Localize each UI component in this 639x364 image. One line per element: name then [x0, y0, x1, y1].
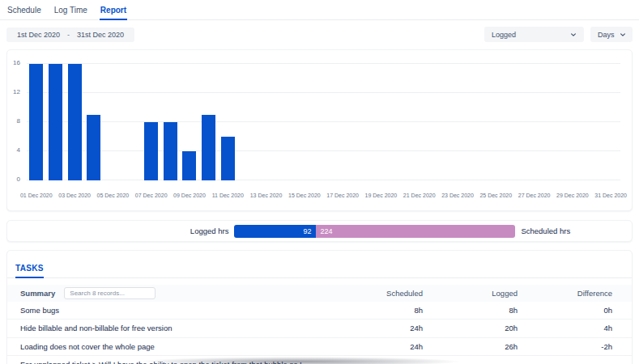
- task-difference-cell: 0h: [518, 306, 612, 315]
- chart-day-slot: [390, 64, 410, 180]
- task-logged-cell: 8h: [423, 306, 518, 315]
- viewport-bottom-shadow: [138, 357, 462, 364]
- chart-day-slot: [333, 64, 352, 180]
- x-axis-tick-label: 05 Dec 2020: [97, 193, 130, 198]
- chart-day-slot: [428, 64, 448, 180]
- chart-bar[interactable]: [87, 115, 100, 180]
- tasks-table-header: Summary Scheduled Logged Difference: [7, 285, 632, 302]
- task-scheduled-cell: 24h: [328, 342, 423, 351]
- chart-day-slot: [410, 64, 429, 180]
- chart-day-slot: [505, 64, 525, 180]
- chart-day-slot: [543, 64, 563, 180]
- chart-day-slot: [486, 64, 505, 180]
- scheduled-column-header[interactable]: Scheduled: [328, 289, 423, 298]
- chart-day-slot: [122, 64, 142, 180]
- chart-bars: [27, 64, 620, 180]
- chart-bar[interactable]: [164, 122, 177, 180]
- chart-day-slot: [295, 64, 314, 180]
- x-axis-tick-label: 23 Dec 2020: [441, 193, 474, 198]
- logged-hrs-label: Logged hrs: [190, 226, 229, 235]
- task-difference-cell: 4h: [518, 324, 612, 332]
- chart-bar[interactable]: [49, 64, 62, 180]
- tab-report[interactable]: Report: [100, 3, 127, 20]
- task-row[interactable]: Loading does not cover the whole page24h…: [7, 337, 632, 355]
- metric-select-value: Logged: [492, 31, 516, 39]
- tasks-panel: TASKS Summary Scheduled Logged Differenc…: [6, 250, 633, 364]
- logged-vs-scheduled-bar[interactable]: 92 224: [234, 225, 515, 238]
- tasks-section-header: TASKS: [7, 251, 632, 278]
- chart-bar[interactable]: [202, 115, 215, 180]
- chart-bar[interactable]: [144, 122, 158, 180]
- x-axis-tick-label: 31 Dec 2020: [594, 193, 627, 198]
- tasks-table-body: Some bugs8h8h0hHide billable and non-bil…: [7, 302, 632, 364]
- x-axis-tick-label: 11 Dec 2020: [212, 193, 244, 198]
- chart-bar[interactable]: [68, 64, 82, 180]
- x-axis-tick-label: 13 Dec 2020: [250, 193, 283, 198]
- chart-day-slot: [352, 64, 372, 180]
- task-logged-cell: 26h: [423, 342, 518, 351]
- search-input[interactable]: [64, 287, 155, 299]
- y-axis-tick-label: 0: [7, 176, 20, 183]
- tab-schedule[interactable]: Schedule: [6, 3, 42, 20]
- task-summary-cell: Loading does not cover the whole page: [20, 341, 328, 352]
- chart-day-slot: [84, 64, 104, 180]
- granularity-select[interactable]: Days: [590, 27, 633, 42]
- report-page: Schedule Log Time Report 1st Dec 2020 - …: [0, 0, 639, 364]
- chart-day-slot: [27, 64, 46, 180]
- scheduled-hrs-label: Scheduled hrs: [521, 226, 570, 235]
- task-row[interactable]: Hide billable and non-billable for free …: [7, 319, 632, 336]
- task-scheduled-cell: 24h: [328, 324, 423, 332]
- logged-column-header[interactable]: Logged: [423, 289, 518, 298]
- summary-column-label: Summary: [20, 289, 55, 298]
- chart-day-slot: [65, 64, 84, 180]
- x-axis-tick-label: 27 Dec 2020: [518, 193, 551, 198]
- task-summary-cell: Hide billable and non-billable for free …: [20, 323, 328, 333]
- date-range-end: 31st Dec 2020: [77, 31, 124, 39]
- y-axis-tick-label: 16: [7, 60, 20, 66]
- chart-day-slot: [372, 64, 391, 180]
- top-tab-bar: Schedule Log Time Report: [0, 0, 639, 20]
- chevron-down-icon: [620, 32, 626, 38]
- tab-log-time[interactable]: Log Time: [53, 3, 88, 20]
- progress-row: Logged hrs 92 224 Scheduled hrs: [190, 225, 570, 238]
- task-summary-cell: Some bugs: [20, 305, 328, 315]
- date-range-picker[interactable]: 1st Dec 2020 - 31st Dec 2020: [6, 28, 134, 42]
- date-range-separator: -: [67, 31, 70, 39]
- task-scheduled-cell: 8h: [328, 306, 423, 315]
- x-axis-tick-label: 03 Dec 2020: [58, 193, 91, 198]
- date-range-start: 1st Dec 2020: [17, 31, 60, 39]
- chart-day-slot: [142, 64, 161, 180]
- y-axis-tick-label: 4: [7, 147, 20, 154]
- logged-segment: 92: [234, 225, 316, 238]
- chart-bar[interactable]: [221, 137, 235, 180]
- x-axis-tick-label: 19 Dec 2020: [365, 193, 398, 198]
- y-axis: 0481216: [7, 64, 23, 180]
- logged-vs-scheduled-panel: Logged hrs 92 224 Scheduled hrs: [6, 220, 633, 242]
- logged-hours-bar-chart: 0481216 01 Dec 202003 Dec 202005 Dec 202…: [6, 49, 633, 211]
- metric-select[interactable]: Logged: [484, 27, 584, 42]
- scheduled-value: 224: [320, 227, 332, 235]
- x-axis-tick-label: 09 Dec 2020: [173, 193, 206, 198]
- scheduled-segment: 224: [316, 225, 515, 238]
- difference-column-header[interactable]: Difference: [518, 289, 612, 298]
- chart-day-slot: [563, 64, 582, 180]
- chart-day-slot: [257, 64, 276, 180]
- x-axis-tick-label: 15 Dec 2020: [288, 193, 321, 198]
- chart-bar[interactable]: [29, 64, 43, 180]
- x-axis-tick-label: 21 Dec 2020: [403, 193, 436, 198]
- chart-day-slot: [46, 64, 66, 180]
- x-axis-tick-label: 07 Dec 2020: [135, 193, 168, 198]
- logged-value: 92: [303, 227, 311, 235]
- filter-selects: Logged Days: [484, 27, 633, 42]
- chart-day-slot: [601, 64, 620, 180]
- chart-day-slot: [160, 64, 180, 180]
- chart-day-slot: [180, 64, 199, 180]
- tasks-tab[interactable]: TASKS: [15, 264, 44, 278]
- x-axis-tick-label: 29 Dec 2020: [556, 193, 589, 198]
- x-axis-tick-label: 25 Dec 2020: [479, 193, 512, 198]
- task-row[interactable]: Some bugs8h8h0h: [7, 302, 632, 319]
- task-logged-cell: 20h: [423, 324, 518, 332]
- chart-bar[interactable]: [182, 151, 196, 180]
- x-axis-tick-label: 01 Dec 2020: [20, 193, 53, 198]
- tasks-table: Summary Scheduled Logged Difference Some…: [7, 285, 632, 364]
